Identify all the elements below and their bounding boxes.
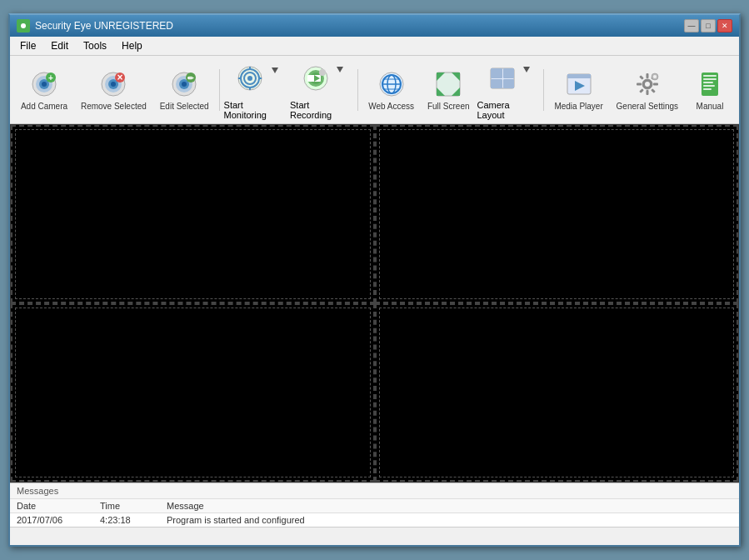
- title-bar-left: Security Eye UNREGISTERED: [17, 19, 173, 32]
- camera-cell-1[interactable]: [11, 125, 375, 303]
- edit-icon: ✏: [169, 69, 199, 99]
- media-player-label: Media Player: [554, 102, 602, 111]
- svg-rect-60: [637, 82, 642, 85]
- svg-point-23: [247, 76, 252, 81]
- web-access-label: Web Access: [368, 102, 414, 111]
- svg-rect-51: [503, 79, 514, 88]
- camera-cell-4[interactable]: [375, 303, 739, 482]
- svg-rect-54: [567, 74, 591, 78]
- svg-rect-64: [639, 88, 644, 93]
- minimize-button[interactable]: —: [684, 19, 699, 32]
- start-monitoring-with-arrow: [229, 59, 282, 98]
- start-monitoring-label: Start Monitoring: [224, 100, 288, 120]
- general-settings-button[interactable]: General Settings: [611, 65, 684, 115]
- recording-icon: [301, 63, 331, 93]
- svg-rect-72: [703, 85, 715, 87]
- web-icon: [377, 69, 407, 99]
- window-title: Security Eye UNREGISTERED: [35, 20, 173, 32]
- menu-bar: File Edit Tools Help: [10, 37, 739, 56]
- svg-rect-73: [703, 88, 712, 90]
- start-recording-with-arrow: [295, 59, 348, 98]
- sep-3: [543, 69, 544, 111]
- start-recording-label: Start Recording: [290, 100, 353, 120]
- messages-header: Messages: [10, 483, 739, 499]
- start-recording-button[interactable]: [295, 59, 337, 98]
- camera-layout-group: Camera Layout: [477, 59, 539, 120]
- svg-point-34: [319, 69, 326, 76]
- svg-marker-35: [337, 67, 343, 72]
- add-camera-icon: +: [29, 69, 59, 99]
- svg-rect-70: [703, 78, 717, 80]
- cell-message: Program is started and configured: [160, 513, 739, 528]
- svg-point-1: [21, 23, 26, 28]
- toolbar: + Add Camera × Remove Selected: [10, 56, 739, 124]
- svg-point-67: [653, 75, 657, 78]
- menu-help[interactable]: Help: [115, 38, 149, 53]
- svg-rect-62: [639, 75, 644, 80]
- svg-rect-58: [646, 73, 648, 78]
- maximize-button[interactable]: □: [701, 19, 716, 32]
- messages-panel: Messages Date Time Message 2017/07/06 4:…: [10, 482, 739, 527]
- web-access-button[interactable]: Web Access: [362, 65, 420, 115]
- camera-layout-with-arrow: [482, 59, 535, 98]
- start-recording-group: Start Recording: [290, 59, 353, 120]
- svg-rect-61: [653, 82, 658, 85]
- cell-date: 2017/07/06: [10, 513, 93, 528]
- svg-point-57: [645, 82, 650, 87]
- recording-arrow-button[interactable]: [337, 60, 348, 97]
- mediaplayer-icon: [564, 69, 594, 99]
- add-camera-button[interactable]: + Add Camera: [15, 65, 73, 115]
- start-monitoring-button[interactable]: [229, 59, 271, 98]
- svg-text:✏: ✏: [187, 74, 194, 82]
- svg-text:+: +: [48, 73, 53, 82]
- camera-layout-button[interactable]: [482, 59, 523, 98]
- menu-file[interactable]: File: [13, 38, 42, 53]
- menu-edit[interactable]: Edit: [44, 38, 75, 53]
- svg-text:×: ×: [117, 72, 123, 83]
- remove-selected-button[interactable]: × Remove Selected: [75, 65, 152, 115]
- status-bar: [10, 527, 739, 545]
- messages-table: Date Time Message 2017/07/06 4:23:18 Pro…: [10, 499, 739, 527]
- svg-point-5: [42, 82, 47, 87]
- camera-grid: [10, 124, 739, 482]
- table-row: 2017/07/06 4:23:18 Program is started an…: [10, 513, 739, 528]
- cell-time: 4:23:18: [93, 513, 160, 528]
- monitoring-icon: [235, 63, 265, 93]
- svg-rect-49: [503, 68, 514, 78]
- manual-label: Manual: [697, 102, 724, 111]
- svg-rect-59: [646, 90, 648, 95]
- manual-button[interactable]: Manual: [686, 65, 734, 115]
- general-settings-label: General Settings: [617, 102, 679, 111]
- start-monitoring-group: Start Monitoring: [224, 59, 288, 120]
- remove-icon: ×: [98, 69, 128, 99]
- media-player-button[interactable]: Media Player: [548, 65, 608, 115]
- main-window: Security Eye UNREGISTERED — □ ✕ File Edi…: [8, 13, 741, 547]
- camera-cell-3[interactable]: [11, 303, 375, 482]
- monitoring-arrow-button[interactable]: [271, 60, 282, 97]
- add-camera-label: Add Camera: [21, 102, 67, 111]
- edit-selected-button[interactable]: ✏ Edit Selected: [154, 65, 215, 115]
- svg-rect-69: [703, 75, 717, 77]
- full-screen-button[interactable]: Full Screen: [422, 65, 475, 115]
- camera-cell-2[interactable]: [375, 125, 739, 303]
- svg-marker-52: [523, 67, 530, 72]
- layout-arrow-button[interactable]: [523, 60, 535, 97]
- sep-1: [219, 69, 220, 111]
- col-date: Date: [10, 499, 93, 513]
- remove-selected-label: Remove Selected: [81, 102, 147, 111]
- svg-rect-65: [651, 88, 656, 93]
- camera-layout-label: Camera Layout: [477, 100, 539, 120]
- sep-2: [357, 69, 358, 111]
- svg-point-11: [111, 82, 116, 87]
- menu-tools[interactable]: Tools: [77, 38, 113, 53]
- settings-icon: [632, 69, 662, 99]
- svg-marker-28: [272, 68, 278, 73]
- col-message: Message: [160, 499, 739, 513]
- fullscreen-icon: [433, 69, 463, 99]
- title-bar: Security Eye UNREGISTERED — □ ✕: [10, 15, 739, 37]
- window-controls: — □ ✕: [684, 19, 732, 32]
- manual-icon: [695, 69, 725, 99]
- app-icon: [17, 19, 30, 32]
- edit-selected-label: Edit Selected: [160, 102, 209, 111]
- close-button[interactable]: ✕: [717, 19, 732, 32]
